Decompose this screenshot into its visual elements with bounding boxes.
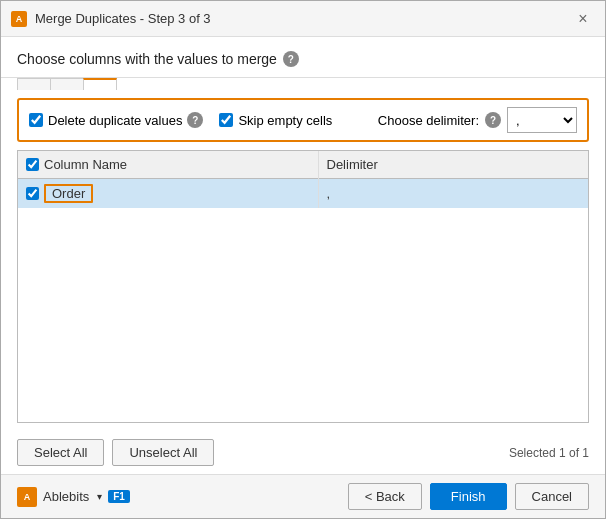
table-row[interactable]: Order , bbox=[18, 179, 588, 209]
table-container: Column Name Delimiter Order , bbox=[17, 150, 589, 423]
selected-status: Selected 1 of 1 bbox=[509, 446, 589, 460]
app-icon: A bbox=[11, 11, 27, 27]
row-name: Order bbox=[44, 184, 93, 203]
skip-empty-checkbox-label[interactable]: Skip empty cells bbox=[219, 113, 332, 128]
title-bar: A Merge Duplicates - Step 3 of 3 × bbox=[1, 1, 605, 37]
delimiter-section: Choose delimiter: ? , ; | Space Tab bbox=[378, 107, 577, 133]
dialog-title-text: Choose columns with the values to merge bbox=[17, 51, 277, 67]
dialog-header: Choose columns with the values to merge … bbox=[1, 37, 605, 78]
brand-icon: A bbox=[17, 487, 37, 507]
tab-3[interactable] bbox=[83, 78, 117, 90]
table-header-row: Column Name Delimiter bbox=[18, 151, 588, 179]
title-bar-left: A Merge Duplicates - Step 3 of 3 bbox=[11, 11, 211, 27]
footer-buttons-area: Select All Unselect All Selected 1 of 1 bbox=[1, 431, 605, 474]
select-all-button[interactable]: Select All bbox=[17, 439, 104, 466]
finish-button[interactable]: Finish bbox=[430, 483, 507, 510]
table-cell-delimiter: , bbox=[318, 179, 588, 209]
delete-duplicates-label: Delete duplicate values bbox=[48, 113, 182, 128]
delete-duplicates-checkbox[interactable] bbox=[29, 113, 43, 127]
column-name-header-text: Column Name bbox=[44, 157, 127, 172]
row-checkbox[interactable] bbox=[26, 187, 39, 200]
delimiter-help-icon[interactable]: ? bbox=[485, 112, 501, 128]
title-bar-text: Merge Duplicates - Step 3 of 3 bbox=[35, 11, 211, 26]
brand-area[interactable]: A Ablebits ▾ F1 bbox=[17, 487, 130, 507]
header-checkbox[interactable] bbox=[26, 158, 39, 171]
row-checkbox-cell: Order bbox=[26, 184, 310, 203]
f1-badge[interactable]: F1 bbox=[108, 490, 130, 503]
table-cell-name: Order bbox=[18, 179, 318, 209]
back-button[interactable]: < Back bbox=[348, 483, 422, 510]
dialog: A Merge Duplicates - Step 3 of 3 × Choos… bbox=[0, 0, 606, 519]
brand-chevron-icon: ▾ bbox=[97, 491, 102, 502]
dialog-title-row: Choose columns with the values to merge … bbox=[17, 51, 589, 67]
skip-empty-checkbox[interactable] bbox=[219, 113, 233, 127]
footer-nav-buttons: < Back Finish Cancel bbox=[348, 483, 589, 510]
tab-1[interactable] bbox=[17, 78, 51, 90]
delimiter-label: Choose delimiter: bbox=[378, 113, 479, 128]
unselect-all-button[interactable]: Unselect All bbox=[112, 439, 214, 466]
tab-2[interactable] bbox=[50, 78, 84, 90]
close-button[interactable]: × bbox=[571, 7, 595, 31]
tabs-area bbox=[1, 78, 605, 90]
cancel-button[interactable]: Cancel bbox=[515, 483, 589, 510]
options-bar: Delete duplicate values ? Skip empty cel… bbox=[17, 98, 589, 142]
brand-name: Ablebits bbox=[43, 489, 89, 504]
header-checkbox-cell: Column Name bbox=[26, 157, 310, 172]
skip-empty-label: Skip empty cells bbox=[238, 113, 332, 128]
columns-table: Column Name Delimiter Order , bbox=[18, 151, 588, 208]
footer-left-buttons: Select All Unselect All bbox=[17, 439, 214, 466]
delimiter-select[interactable]: , ; | Space Tab bbox=[507, 107, 577, 133]
header-help-icon[interactable]: ? bbox=[283, 51, 299, 67]
column-name-header: Column Name bbox=[18, 151, 318, 179]
delete-duplicates-help-icon[interactable]: ? bbox=[187, 112, 203, 128]
dialog-footer: A Ablebits ▾ F1 < Back Finish Cancel bbox=[1, 474, 605, 518]
delete-duplicates-checkbox-label[interactable]: Delete duplicate values ? bbox=[29, 112, 203, 128]
delimiter-header: Delimiter bbox=[318, 151, 588, 179]
